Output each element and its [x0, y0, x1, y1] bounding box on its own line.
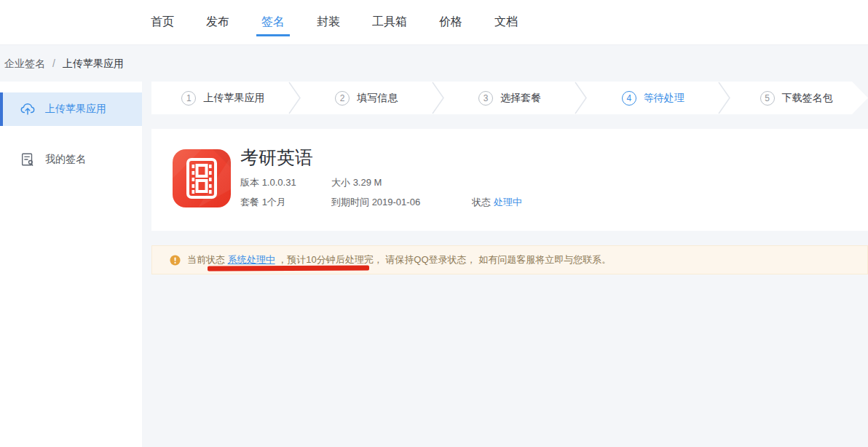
sidebar-item-upload-apple-app[interactable]: 上传苹果应用	[0, 92, 142, 126]
step-number-badge: 2	[335, 91, 350, 106]
step-2-fill-info: 2 填写信息	[295, 82, 438, 114]
breadcrumb: 企业签名 / 上传苹果应用	[4, 58, 124, 71]
app-info: 考研英语 版本 1.0.0.31 大小 3.29 M 套餐 1个月 到期时间 2…	[240, 146, 522, 209]
main-content: 1 上传苹果应用 2 填写信息 3 选择套餐 4 等待处理 5 下载签名	[151, 82, 868, 274]
top-header: 首页 发布 签名 封装 工具箱 价格 文档	[0, 0, 868, 45]
step-label: 填写信息	[357, 92, 398, 105]
app-expire: 到期时间 2019-01-06	[331, 196, 472, 209]
nav-item-signature[interactable]: 签名	[256, 9, 290, 36]
step-3-choose-plan: 3 选择套餐	[438, 82, 582, 114]
app-meta-row-2: 套餐 1个月 到期时间 2019-01-06 状态 处理中	[240, 196, 522, 209]
breadcrumb-separator: /	[52, 58, 55, 71]
step-number-badge: 3	[478, 91, 493, 106]
app-size: 大小 3.29 M	[331, 176, 472, 189]
app-card: 考研英语 版本 1.0.0.31 大小 3.29 M 套餐 1个月 到期时间 2…	[151, 129, 868, 231]
step-label: 等待处理	[644, 92, 684, 105]
signature-doc-icon	[20, 151, 36, 167]
sidebar-item-my-signatures[interactable]: 我的签名	[0, 143, 142, 176]
app-meta-row-1: 版本 1.0.0.31 大小 3.29 M	[240, 176, 522, 189]
cloud-upload-icon	[20, 101, 36, 117]
film-app-icon	[173, 149, 231, 207]
step-label: 选择套餐	[500, 92, 541, 105]
warning-icon	[170, 255, 181, 266]
chevron-right-icon	[432, 82, 445, 114]
app-title: 考研英语	[240, 146, 522, 170]
app-version: 版本 1.0.0.31	[240, 176, 331, 189]
step-number-badge: 1	[181, 91, 196, 106]
step-5-download: 5 下载签名包	[725, 82, 868, 114]
nav-item-toolbox[interactable]: 工具箱	[367, 9, 412, 36]
nav-item-package[interactable]: 封装	[312, 9, 345, 36]
step-1-upload: 1 上传苹果应用	[151, 82, 295, 114]
breadcrumb-enterprise-sign[interactable]: 企业签名	[4, 58, 45, 71]
nav-item-publish[interactable]: 发布	[201, 9, 234, 36]
app-plan: 套餐 1个月	[240, 196, 331, 209]
sidebar-item-label: 我的签名	[45, 153, 86, 166]
active-indicator-bar	[0, 92, 3, 126]
nav-item-price[interactable]: 价格	[434, 9, 467, 36]
step-number-badge: 5	[760, 91, 775, 106]
step-4-waiting: 4 等待处理	[581, 82, 725, 114]
nav-item-docs[interactable]: 文档	[489, 9, 523, 36]
step-number-badge: 4	[622, 91, 636, 106]
step-label: 上传苹果应用	[203, 92, 264, 105]
sidebar: 上传苹果应用 我的签名	[0, 82, 142, 447]
app-status: 状态 处理中	[472, 196, 522, 209]
alert-message: 当前状态 系统处理中 ，预计10分钟后处理完， 请保持QQ登录状态， 如有问题客…	[187, 253, 611, 266]
sidebar-item-label: 上传苹果应用	[45, 103, 106, 116]
steps-bar: 1 上传苹果应用 2 填写信息 3 选择套餐 4 等待处理 5 下载签名	[151, 82, 868, 114]
breadcrumb-upload-app: 上传苹果应用	[63, 58, 124, 71]
system-processing-link[interactable]: 系统处理中	[228, 254, 275, 265]
step-label: 下载签名包	[782, 92, 833, 105]
status-processing-link[interactable]: 处理中	[494, 197, 522, 207]
page-body: 企业签名 / 上传苹果应用 上传苹果应用	[0, 45, 868, 447]
chevron-right-icon	[575, 82, 588, 114]
chevron-right-icon	[718, 82, 731, 114]
chevron-right-icon	[288, 82, 301, 114]
main-nav: 首页 发布 签名 封装 工具箱 价格 文档	[146, 0, 523, 45]
nav-item-home[interactable]: 首页	[146, 9, 179, 36]
red-underline-annotation	[208, 266, 369, 272]
